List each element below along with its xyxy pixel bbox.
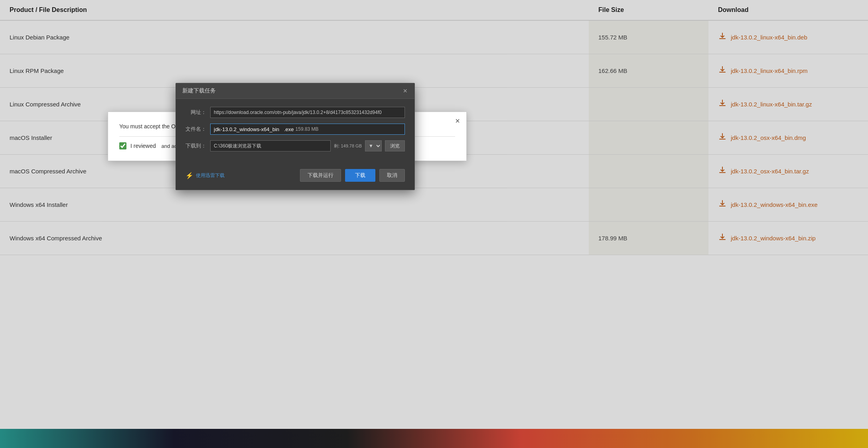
dialog-browse-button[interactable]: 浏览: [385, 140, 405, 151]
dialog-saveto-row: 下载到： 剩: 149.78 GB ▼ 浏览: [185, 140, 405, 151]
dialog-footer: ⚡ 使用迅雷下载 下载并运行 下载 取消: [176, 165, 414, 190]
cancel-button[interactable]: 取消: [379, 169, 405, 182]
dialog-filename-row: 文件名： .exe 159.83 MB: [185, 124, 405, 135]
xunlei-icon: ⚡: [185, 172, 193, 179]
terms-checkbox-label: I reviewed: [130, 143, 156, 149]
dialog-filename-ext: .exe: [284, 126, 296, 132]
dialog-path-input[interactable]: [210, 140, 331, 151]
dialog-disk-select[interactable]: ▼: [365, 140, 382, 151]
dialog-saveto-label: 下载到：: [185, 142, 206, 149]
dialog-button-group: 下载并运行 下载 取消: [300, 169, 405, 182]
dialog-filename-label: 文件名：: [185, 126, 206, 133]
dialog-filename-input[interactable]: [211, 124, 284, 134]
terms-close-button[interactable]: ×: [455, 117, 460, 125]
dialog-filename-wrapper: .exe 159.83 MB: [210, 124, 405, 135]
dialog-disk-info: 剩: 149.78 GB: [334, 143, 362, 149]
terms-checkbox[interactable]: [119, 142, 126, 149]
dialog-body: 网址： 文件名： .exe 159.83 MB 下载到： 剩: 149.78 G…: [176, 99, 414, 165]
dialog-filesize: 159.83 MB: [296, 126, 322, 132]
dialog-title: 新建下载任务: [182, 87, 216, 94]
download-button[interactable]: 下载: [345, 169, 375, 182]
dialog-close-button[interactable]: ×: [402, 87, 408, 94]
dialog-url-label: 网址：: [185, 109, 206, 116]
download-run-button[interactable]: 下载并运行: [300, 169, 341, 182]
dialog-url-row: 网址：: [185, 107, 405, 118]
dialog-url-input[interactable]: [210, 107, 405, 118]
xunlei-download-link[interactable]: ⚡ 使用迅雷下载: [185, 172, 225, 179]
dialog-saveto-wrapper: 剩: 149.78 GB ▼ 浏览: [210, 140, 405, 151]
xunlei-link-label: 使用迅雷下载: [196, 172, 225, 179]
dialog-titlebar: 新建下载任务 ×: [176, 83, 414, 99]
download-dialog: 新建下载任务 × 网址： 文件名： .exe 159.83 MB 下载到： 剩:…: [176, 83, 415, 190]
